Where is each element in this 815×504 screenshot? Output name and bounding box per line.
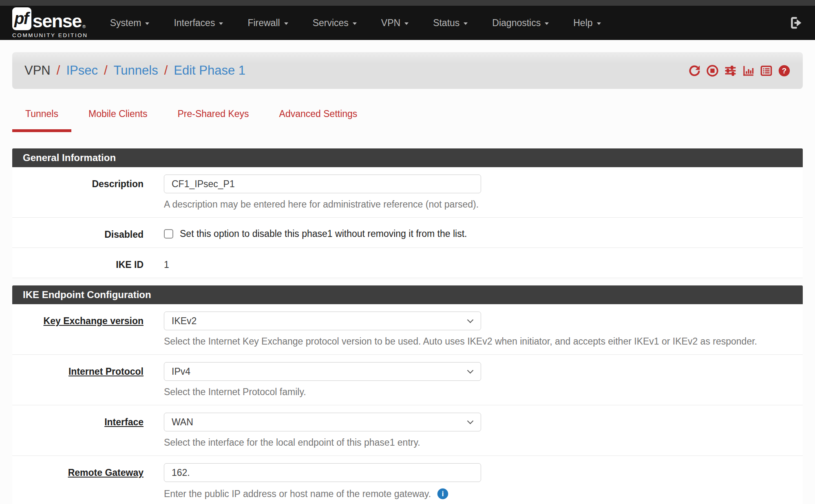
nav-item-status[interactable]: Status [433, 18, 468, 29]
info-icon[interactable]: i [437, 488, 449, 500]
stop-circle-icon[interactable] [706, 64, 719, 77]
refresh-icon[interactable] [688, 64, 701, 77]
nav-item-label: Help [573, 18, 592, 29]
internet-protocol-help: Select the Internet Protocol family. [164, 387, 803, 398]
list-icon[interactable] [760, 64, 773, 77]
remote-gateway-label: Remote Gateway [12, 463, 144, 500]
tab-pre-shared-keys[interactable]: Pre-Shared Keys [164, 108, 262, 132]
remote-gateway-help: Enter the public IP address or host name… [164, 488, 803, 500]
nav-item-system[interactable]: System [110, 18, 150, 29]
description-input[interactable] [164, 175, 481, 193]
select-value: IPv4 [172, 366, 190, 377]
breadcrumb: VPN / IPsec / Tunnels / Edit Phase 1 [24, 63, 245, 78]
row-key-exchange-version: Key Exchange version IKEv2 Select the In… [12, 304, 803, 355]
nav-menu: System Interfaces Firewall Services VPN … [110, 18, 601, 29]
nav-item-label: System [110, 18, 141, 29]
chevron-down-icon [219, 22, 223, 25]
remote-gateway-help-text: Enter the public IP address or host name… [164, 489, 431, 500]
nav-item-services[interactable]: Services [313, 18, 357, 29]
row-description: Description A description may be entered… [12, 167, 803, 218]
breadcrumb-tunnels[interactable]: Tunnels [114, 63, 158, 78]
section-title: IKE Endpoint Configuration [12, 285, 803, 304]
nav-item-diagnostics[interactable]: Diagnostics [492, 18, 549, 29]
help-icon[interactable]: ? [778, 64, 791, 77]
nav-item-interfaces[interactable]: Interfaces [174, 18, 223, 29]
breadcrumb-separator: / [104, 63, 108, 78]
row-interface: Interface WAN Select the interface for t… [12, 405, 803, 456]
breadcrumb-separator: / [164, 63, 168, 78]
sliders-icon[interactable] [724, 64, 737, 77]
tab-advanced-settings[interactable]: Advanced Settings [266, 108, 371, 132]
section-title: General Information [12, 148, 803, 167]
select-value: WAN [172, 417, 193, 428]
chevron-down-icon [145, 22, 149, 25]
top-strip [0, 0, 815, 6]
chevron-down-icon [597, 22, 601, 25]
breadcrumb-edit-phase-1[interactable]: Edit Phase 1 [174, 63, 245, 78]
question-glyph: ? [782, 66, 786, 75]
breadcrumb-vpn: VPN [24, 63, 51, 78]
page-action-icons: ? [688, 64, 791, 77]
description-help: A description may be entered here for ad… [164, 199, 803, 210]
row-disabled: Disabled Set this option to disable this… [12, 218, 803, 248]
key-exchange-version-label: Key Exchange version [12, 312, 144, 347]
nav-item-label: VPN [381, 18, 400, 29]
chevron-down-icon [467, 418, 474, 424]
section-ike-endpoint-configuration: IKE Endpoint Configuration Key Exchange … [12, 285, 803, 504]
ike-id-value: 1 [164, 255, 803, 270]
nav-item-vpn[interactable]: VPN [381, 18, 409, 29]
key-exchange-version-select[interactable]: IKEv2 [164, 312, 481, 330]
tab-tunnels[interactable]: Tunnels [12, 108, 71, 132]
nav-item-help[interactable]: Help [573, 18, 601, 29]
chevron-down-icon [284, 22, 288, 25]
info-glyph: i [442, 490, 444, 498]
interface-help: Select the interface for the local endpo… [164, 437, 803, 448]
description-label: Description [12, 175, 144, 210]
nav-item-label: Services [313, 18, 349, 29]
breadcrumb-bar: VPN / IPsec / Tunnels / Edit Phase 1 [12, 52, 803, 89]
row-remote-gateway: Remote Gateway Enter the public IP addre… [12, 456, 803, 504]
pfsense-logo-pf: pf [12, 7, 31, 30]
interface-select[interactable]: WAN [164, 413, 481, 431]
chevron-down-icon [545, 22, 549, 25]
nav-item-label: Diagnostics [492, 18, 541, 29]
interface-label: Interface [12, 413, 144, 448]
sign-out-icon[interactable] [789, 16, 803, 30]
disabled-checkbox[interactable] [164, 229, 173, 239]
chevron-down-icon [467, 317, 474, 323]
nav-item-firewall[interactable]: Firewall [247, 18, 288, 29]
chevron-down-icon [353, 22, 357, 25]
nav-item-label: Status [433, 18, 459, 29]
pfsense-logo-sense: sense [33, 13, 82, 30]
tab-mobile-clients[interactable]: Mobile Clients [75, 108, 160, 132]
remote-gateway-input[interactable] [164, 463, 481, 482]
tab-bar: Tunnels Mobile Clients Pre-Shared Keys A… [12, 108, 803, 132]
select-value: IKEv2 [172, 316, 197, 327]
row-ike-id: IKE ID 1 [12, 248, 803, 278]
ike-id-label: IKE ID [12, 255, 144, 270]
section-general-information: General Information Description A descri… [12, 148, 803, 278]
row-internet-protocol: Internet Protocol IPv4 Select the Intern… [12, 355, 803, 405]
breadcrumb-separator: / [57, 63, 60, 78]
bar-chart-icon[interactable] [742, 64, 755, 77]
nav-item-label: Interfaces [174, 18, 215, 29]
internet-protocol-label: Internet Protocol [12, 362, 144, 398]
disabled-label: Disabled [12, 225, 144, 240]
key-exchange-version-help: Select the Internet Key Exchange protoco… [164, 336, 803, 347]
registered-mark: ® [82, 24, 86, 29]
nav-item-label: Firewall [247, 18, 280, 29]
breadcrumb-ipsec[interactable]: IPsec [66, 63, 98, 78]
chevron-down-icon [464, 22, 468, 25]
community-edition-label: COMMUNITY EDITION [12, 32, 88, 38]
chevron-down-icon [404, 22, 409, 25]
form-content: General Information Description A descri… [12, 148, 803, 504]
chevron-down-icon [467, 367, 474, 374]
disabled-checkbox-text: Set this option to disable this phase1 w… [180, 228, 467, 239]
internet-protocol-select[interactable]: IPv4 [164, 362, 481, 381]
main-navbar: pf sense ® COMMUNITY EDITION System Inte… [0, 6, 815, 40]
pfsense-logo[interactable]: pf sense ® COMMUNITY EDITION [12, 7, 88, 38]
